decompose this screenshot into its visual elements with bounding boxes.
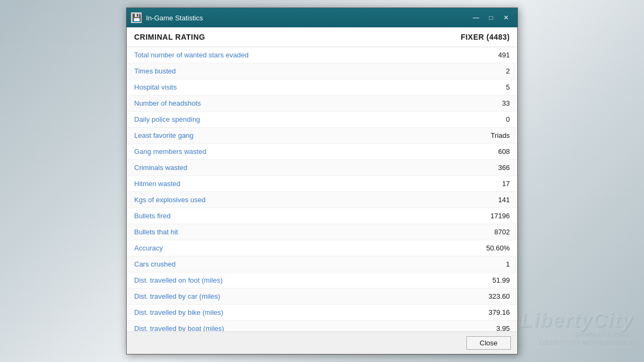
table-row: Criminals wasted366	[127, 160, 517, 176]
stat-label: Criminals wasted	[134, 164, 187, 172]
window-content: CRIMINAL RATING FIXER (4483) Total numbe…	[127, 27, 517, 331]
table-row: Dist. travelled by boat (miles)3.95	[127, 321, 517, 331]
stat-value: 5	[506, 83, 510, 91]
stat-value: 17196	[491, 212, 510, 220]
titlebar-title: In-Game Statistics	[146, 14, 469, 22]
table-row: Times busted2	[127, 63, 517, 79]
stat-label: Total number of wanted stars evaded	[134, 51, 248, 59]
criminal-rating-label: CRIMINAL RATING	[134, 33, 205, 41]
stat-value: 141	[498, 196, 510, 204]
titlebar-icon: 💾	[131, 12, 142, 23]
stat-label: Kgs of explosives used	[134, 196, 206, 204]
stat-label: Least favorite gang	[134, 131, 194, 139]
stat-label: Dist. travelled by bike (miles)	[134, 308, 223, 316]
stat-label: Daily police spending	[134, 115, 200, 123]
table-row: Dist. travelled by car (miles)323.60	[127, 289, 517, 305]
stat-label: Gang members wasted	[134, 147, 206, 156]
header-row: CRIMINAL RATING FIXER (4483)	[127, 27, 517, 47]
titlebar-buttons: — □ ✕	[469, 12, 513, 24]
watermark-sub-line1: DOWNLOAD PAGE:	[521, 332, 633, 338]
table-row: Total number of wanted stars evaded491	[127, 47, 517, 63]
table-row: Daily police spending0	[127, 112, 517, 128]
table-row: Dist. travelled on foot (miles)51.99	[127, 272, 517, 289]
statistics-window: 💾 In-Game Statistics — □ ✕ CRIMINAL RATI…	[126, 8, 518, 354]
stats-list[interactable]: Total number of wanted stars evaded491Ti…	[127, 47, 517, 331]
stat-label: Dist. travelled by car (miles)	[134, 292, 220, 300]
stat-value: 1	[506, 260, 510, 268]
stat-label: Times busted	[134, 67, 176, 75]
minimize-button[interactable]: —	[469, 12, 483, 24]
maximize-button[interactable]: □	[484, 12, 498, 24]
criminal-rating-value: FIXER (4483)	[460, 33, 510, 41]
stat-value: 323.60	[488, 292, 510, 300]
table-row: Dist. travelled by bike (miles)379.16	[127, 305, 517, 321]
stat-label: Hospital visits	[134, 83, 177, 91]
stat-label: Accuracy	[134, 244, 163, 252]
table-row: Kgs of explosives used141	[127, 192, 517, 208]
stat-value: 17	[502, 180, 510, 188]
footer: Close	[127, 331, 517, 354]
close-button[interactable]: Close	[466, 336, 511, 350]
table-row: Accuracy50.60%	[127, 240, 517, 256]
watermark-title: LibertyCity	[521, 311, 633, 330]
stat-label: Hitmen wasted	[134, 180, 180, 188]
table-row: Bullets that hit8702	[127, 224, 517, 240]
stat-value: 3.95	[496, 324, 510, 331]
stat-value: 51.99	[492, 276, 510, 284]
stat-value: 379.16	[488, 308, 510, 316]
stat-label: Dist. travelled by boat (miles)	[134, 324, 224, 331]
stats-container: Total number of wanted stars evaded491Ti…	[127, 47, 517, 331]
titlebar-close-button[interactable]: ✕	[499, 12, 513, 24]
stat-label: Bullets fired	[134, 212, 171, 220]
stat-value: 50.60%	[486, 244, 510, 252]
stat-value: 8702	[494, 228, 510, 236]
stat-label: Cars crushed	[134, 260, 175, 268]
stat-value: 0	[506, 115, 510, 123]
stat-value: 2	[506, 67, 510, 75]
table-row: Hospital visits5	[127, 79, 517, 95]
watermark: LibertyCity DOWNLOAD PAGE: LIBERTYCITY.N…	[521, 311, 633, 346]
table-row: Gang members wasted608	[127, 144, 517, 160]
watermark-sub-line2: LIBERTYCITY.NET/FILE/201319	[521, 340, 633, 346]
table-row: Bullets fired17196	[127, 208, 517, 224]
titlebar: 💾 In-Game Statistics — □ ✕	[127, 8, 517, 27]
stat-value: 608	[498, 147, 510, 156]
table-row: Least favorite gangTriads	[127, 128, 517, 144]
table-row: Cars crushed1	[127, 256, 517, 272]
table-row: Hitmen wasted17	[127, 176, 517, 192]
stat-label: Number of headshots	[134, 99, 201, 107]
stat-value: Triads	[491, 131, 510, 139]
stat-value: 491	[498, 51, 510, 59]
table-row: Number of headshots33	[127, 95, 517, 112]
stat-label: Bullets that hit	[134, 228, 178, 236]
stat-value: 366	[498, 164, 510, 172]
stat-value: 33	[502, 99, 510, 107]
stat-label: Dist. travelled on foot (miles)	[134, 276, 223, 284]
